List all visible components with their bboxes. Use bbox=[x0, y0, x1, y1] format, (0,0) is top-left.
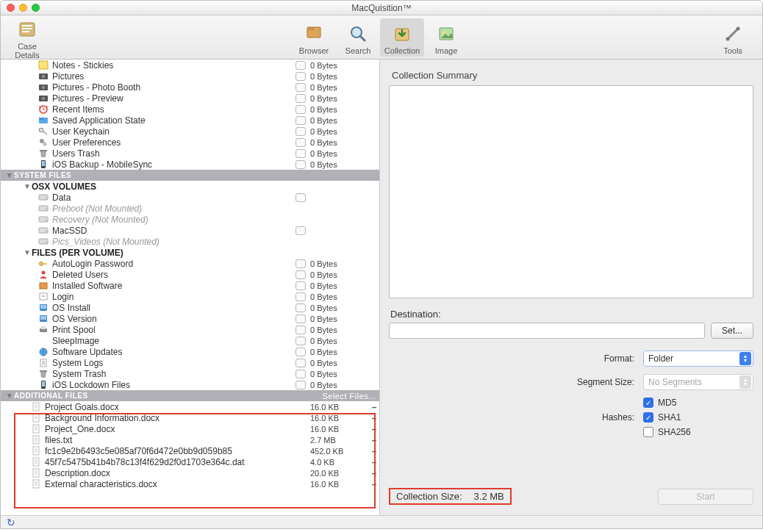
doc-icon bbox=[30, 446, 42, 456]
tree-item-checkbox[interactable] bbox=[295, 83, 306, 92]
tree-item-checkbox[interactable] bbox=[295, 105, 306, 114]
remove-file-button[interactable]: – bbox=[369, 479, 379, 489]
tree-item-checkbox[interactable] bbox=[295, 348, 306, 356]
tree-item-checkbox[interactable] bbox=[295, 359, 306, 367]
tree-row[interactable]: 45f7c5475b41b4b78c13f4f629d2f0d1703e364c… bbox=[1, 456, 379, 467]
tree-item-checkbox[interactable] bbox=[295, 226, 306, 235]
tree-row[interactable]: SleepImage0 Bytes bbox=[1, 335, 379, 346]
group-header[interactable]: ▼FILES (PER VOLUME) bbox=[1, 247, 379, 258]
tree-row[interactable]: Notes - Stickies0 Bytes bbox=[1, 60, 379, 71]
toolbar-tools[interactable]: Tools bbox=[711, 18, 755, 57]
tree-row[interactable]: iOS Backup - MobileSync0 Bytes bbox=[1, 159, 379, 170]
svg-rect-3 bbox=[22, 31, 29, 32]
remove-file-button[interactable]: – bbox=[369, 468, 379, 478]
tree-item-checkbox[interactable] bbox=[295, 94, 306, 103]
tree-row[interactable]: OS Install0 Bytes bbox=[1, 302, 379, 313]
remove-file-button[interactable]: – bbox=[369, 446, 379, 456]
tree-row[interactable]: System Logs0 Bytes bbox=[1, 357, 379, 368]
tree-item-checkbox[interactable] bbox=[295, 116, 306, 125]
tree-row[interactable]: AutoLogin Password0 Bytes bbox=[1, 258, 379, 269]
collection-summary-title: Collection Summary bbox=[392, 70, 753, 81]
minimize-icon[interactable] bbox=[19, 4, 27, 12]
tree-row[interactable]: Pictures - Photo Booth0 Bytes bbox=[1, 82, 379, 93]
remove-file-button[interactable]: – bbox=[369, 413, 379, 423]
tree-row[interactable]: Pics_Videos (Not Mounted) bbox=[1, 236, 379, 247]
tree-row[interactable]: Pictures - Preview0 Bytes bbox=[1, 93, 379, 104]
toolbar-search[interactable]: Search bbox=[336, 18, 380, 57]
tree-row[interactable]: Installed Software0 Bytes bbox=[1, 280, 379, 291]
destination-input[interactable] bbox=[389, 323, 705, 339]
tree-item-checkbox[interactable] bbox=[295, 61, 306, 70]
tree-row[interactable]: Data bbox=[1, 192, 379, 203]
group-header[interactable]: ▼OSX VOLUMES bbox=[1, 181, 379, 192]
tree-item-checkbox[interactable] bbox=[295, 314, 306, 323]
tree-row[interactable]: Preboot (Not Mounted) bbox=[1, 203, 379, 214]
tree-row[interactable]: Software Updates0 Bytes bbox=[1, 346, 379, 357]
remove-file-button[interactable]: – bbox=[369, 402, 379, 412]
tree-row[interactable]: Login0 Bytes bbox=[1, 291, 379, 302]
tree-item-checkbox[interactable] bbox=[295, 381, 306, 389]
tree-item-checkbox[interactable] bbox=[295, 292, 306, 301]
tree-row[interactable]: Pictures0 Bytes bbox=[1, 71, 379, 82]
tree-item-checkbox[interactable] bbox=[295, 270, 306, 279]
tree-row[interactable]: MacSSD bbox=[1, 225, 379, 236]
tree-item-checkbox[interactable] bbox=[295, 149, 306, 158]
tree-item-checkbox[interactable] bbox=[295, 127, 306, 136]
highlight-collection-size: Collection Size: 3.2 MB bbox=[389, 488, 512, 505]
set-button[interactable]: Set... bbox=[711, 323, 753, 339]
tree-item-checkbox[interactable] bbox=[295, 193, 306, 202]
tree-row[interactable]: iOS Lockdown Files0 Bytes bbox=[1, 379, 379, 390]
tree-row[interactable]: Print Spool0 Bytes bbox=[1, 324, 379, 335]
remove-file-button[interactable]: – bbox=[369, 457, 379, 467]
tree-row[interactable]: Users Trash0 Bytes bbox=[1, 148, 379, 159]
hash-sha256-checkbox[interactable] bbox=[643, 427, 653, 437]
tree-item-checkbox[interactable] bbox=[295, 303, 306, 312]
format-value: Folder bbox=[648, 353, 673, 364]
remove-file-button[interactable]: – bbox=[369, 424, 379, 434]
tree-item-checkbox[interactable] bbox=[295, 281, 306, 290]
remove-file-button[interactable]: – bbox=[369, 435, 379, 445]
svg-rect-40 bbox=[43, 263, 47, 265]
tree-row[interactable]: User Keychain0 Bytes bbox=[1, 126, 379, 137]
toolbar-collection[interactable]: Collection bbox=[380, 18, 424, 57]
tree-row[interactable]: External characteristics.docx16.0 KB– bbox=[1, 478, 379, 489]
tree-item-size: 0 Bytes bbox=[310, 105, 369, 114]
tree-row[interactable]: Recent Items0 Bytes bbox=[1, 104, 379, 115]
tree-row[interactable]: fc1c9e2b6493c5e085af70f6d472e0bb9d059b85… bbox=[1, 445, 379, 456]
chevron-down-icon[interactable]: ▼ bbox=[23, 182, 32, 190]
hash-sha1-checkbox[interactable]: ✓ bbox=[643, 412, 653, 423]
svg-point-34 bbox=[46, 220, 47, 221]
tree-row[interactable]: OS Version0 Bytes bbox=[1, 313, 379, 324]
tree-item-checkbox[interactable] bbox=[295, 337, 306, 345]
toolbar-browser[interactable]: Browser bbox=[292, 18, 336, 57]
tree-row[interactable]: Project_One.docx16.0 KB– bbox=[1, 423, 379, 434]
tree-item-checkbox[interactable] bbox=[295, 259, 306, 268]
format-select[interactable]: Folder ▲▼ bbox=[643, 351, 753, 367]
svg-point-32 bbox=[46, 209, 47, 210]
tree-row[interactable]: Background Information.docx16.0 KB– bbox=[1, 412, 379, 423]
tree-row[interactable]: Project Goals.docx16.0 KB– bbox=[1, 401, 379, 412]
tree-row[interactable]: files.txt2.7 MB– bbox=[1, 434, 379, 445]
tree-row[interactable]: Saved Application State0 Bytes bbox=[1, 115, 379, 126]
chevron-down-icon[interactable]: ▼ bbox=[23, 248, 32, 256]
tree-item-checkbox[interactable] bbox=[295, 370, 306, 378]
tree-item-checkbox[interactable] bbox=[295, 160, 306, 169]
select-files-button[interactable]: Select Files... bbox=[322, 392, 376, 400]
svg-rect-5 bbox=[307, 27, 314, 30]
refresh-icon[interactable]: ↻ bbox=[7, 517, 15, 528]
destination-label: Destination: bbox=[390, 309, 753, 320]
tree-row[interactable]: System Trash0 Bytes bbox=[1, 368, 379, 379]
toolbar-image[interactable]: Image bbox=[424, 18, 468, 57]
tree-item-checkbox[interactable] bbox=[295, 138, 306, 147]
toolbar-case-details[interactable]: Case Details bbox=[5, 14, 49, 61]
tree-row[interactable]: User Preferences0 Bytes bbox=[1, 137, 379, 148]
tree-row[interactable]: Recovery (Not Mounted) bbox=[1, 214, 379, 225]
zoom-icon[interactable] bbox=[32, 4, 40, 12]
tree-item-checkbox[interactable] bbox=[295, 326, 306, 334]
hash-md5-checkbox[interactable]: ✓ bbox=[643, 398, 653, 408]
tree-item-checkbox[interactable] bbox=[295, 72, 306, 81]
tree-row[interactable]: Description.docx20.0 KB– bbox=[1, 467, 379, 478]
close-icon[interactable] bbox=[7, 4, 15, 12]
tree-row[interactable]: Deleted Users0 Bytes bbox=[1, 269, 379, 280]
tree-item-label: Pictures - Photo Booth bbox=[52, 82, 291, 93]
